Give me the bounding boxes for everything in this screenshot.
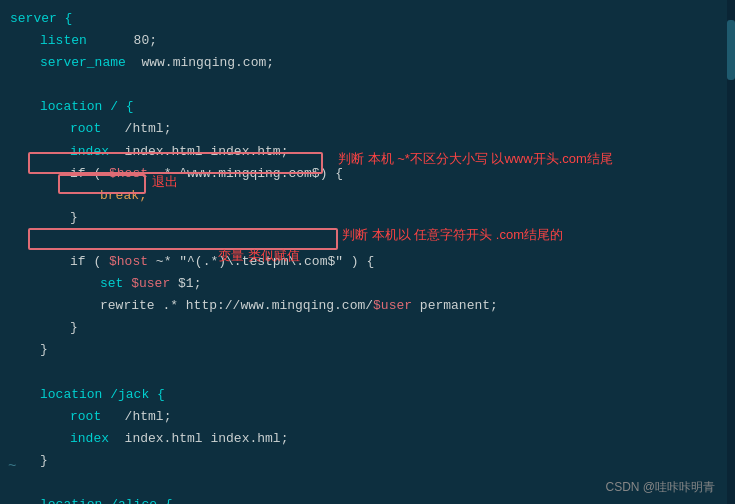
code-line: } xyxy=(10,317,725,339)
code-token: break; xyxy=(100,185,147,207)
code-token: server { xyxy=(10,8,72,30)
code-token: listen xyxy=(40,30,87,52)
code-line: } xyxy=(10,339,725,361)
scrollbar-thumb[interactable] xyxy=(727,20,735,80)
code-token: 80; xyxy=(87,30,157,52)
code-token: location / { xyxy=(40,96,134,118)
code-token: $user xyxy=(131,273,170,295)
scrollbar[interactable] xyxy=(727,0,735,504)
code-token: } xyxy=(40,450,48,472)
code-token: server_name xyxy=(40,52,126,74)
code-token: /html; xyxy=(101,118,171,140)
code-token: $user xyxy=(373,295,412,317)
code-token: set xyxy=(100,273,131,295)
code-token: } xyxy=(40,339,48,361)
annotation-3: 判断 本机以 任意字符开头 .com结尾的 xyxy=(342,226,563,244)
code-token: if ( xyxy=(70,163,109,185)
code-token: location /alice { xyxy=(40,494,173,504)
code-token: } xyxy=(70,317,78,339)
code-token: /html; xyxy=(101,406,171,428)
code-line: root /html; xyxy=(10,406,725,428)
code-token: location /jack { xyxy=(40,384,165,406)
annotation-1: 判断 本机 ~*不区分大小写 以www开头.com结尾 xyxy=(338,150,613,168)
code-token: index xyxy=(70,141,109,163)
code-line: set $user $1; xyxy=(10,273,725,295)
code-token: if ( xyxy=(70,251,109,273)
code-line: break; xyxy=(10,185,725,207)
code-token: www.mingqing.com; xyxy=(126,52,274,74)
code-line: if ( $host ~* "^(.*)\.testpm\.com$" ) { xyxy=(10,251,725,273)
code-token: $host xyxy=(109,251,148,273)
code-line: root /html; xyxy=(10,118,725,140)
tilde-indicator: ~ xyxy=(8,458,16,474)
code-token: index.html index.hml; xyxy=(109,428,288,450)
code-token: root xyxy=(70,118,101,140)
annotation-4: 变量 类似赋值 xyxy=(218,247,300,265)
code-token: root xyxy=(70,406,101,428)
code-token: } xyxy=(70,207,78,229)
code-line: index index.html index.hml; xyxy=(10,428,725,450)
code-line xyxy=(10,74,725,96)
code-token: $1; xyxy=(170,273,201,295)
code-line: rewrite .* http://www.mingqing.com/$user… xyxy=(10,295,725,317)
code-token: rewrite .* http://www.mingqing.com/ xyxy=(100,295,373,317)
code-token: index xyxy=(70,428,109,450)
watermark: CSDN @哇咔咔明青 xyxy=(605,479,715,496)
annotation-2: 退出 xyxy=(152,173,178,191)
code-line: location / { xyxy=(10,96,725,118)
code-line: location /jack { xyxy=(10,384,725,406)
code-line: listen 80; xyxy=(10,30,725,52)
code-token: index.html index.htm; xyxy=(109,141,288,163)
code-editor: server { listen 80; server_name www.ming… xyxy=(0,0,735,504)
code-line: server { xyxy=(10,8,725,30)
code-token: permanent; xyxy=(412,295,498,317)
code-line: server_name www.mingqing.com; xyxy=(10,52,725,74)
code-token: $host xyxy=(109,163,148,185)
code-line: } xyxy=(10,450,725,472)
code-line xyxy=(10,362,725,384)
